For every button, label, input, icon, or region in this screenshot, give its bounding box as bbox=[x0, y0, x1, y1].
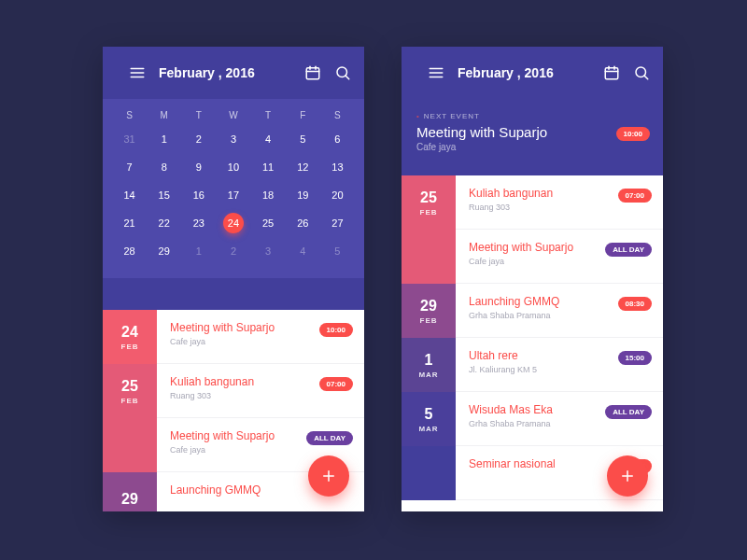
date-column: 1MAR bbox=[402, 338, 456, 392]
calendar-day[interactable]: 11 bbox=[251, 153, 286, 181]
add-event-button[interactable] bbox=[308, 455, 349, 497]
dow-label: S bbox=[112, 105, 147, 125]
next-event-title: Meeting with Suparjo bbox=[416, 124, 648, 140]
svg-rect-14 bbox=[605, 68, 618, 79]
event-cell[interactable]: Kuliah bangunanRuang 30307:00 bbox=[456, 175, 663, 230]
time-badge: 08:30 bbox=[618, 297, 652, 311]
calendar-day[interactable]: 3 bbox=[216, 125, 250, 153]
time-badge: ALL DAY bbox=[306, 431, 353, 445]
event-cell[interactable]: Meeting with SuparjoCafe jaya10:00 bbox=[157, 310, 364, 364]
event-row[interactable]: 25FEBKuliah bangunanRuang 30307:00 bbox=[402, 175, 663, 230]
date-column: 5MAR bbox=[402, 392, 456, 446]
event-row[interactable]: Meeting with SuparjoCafe jayaALL DAY bbox=[402, 230, 663, 284]
calendar-day[interactable]: 2 bbox=[216, 237, 250, 265]
svg-line-19 bbox=[644, 76, 648, 79]
calendar-day[interactable]: 3 bbox=[251, 237, 286, 265]
calendar-day[interactable]: 26 bbox=[286, 209, 320, 237]
date-column: 25FEB bbox=[402, 175, 456, 230]
date-column bbox=[402, 446, 456, 500]
calendar-day[interactable]: 15 bbox=[147, 181, 181, 209]
calendar-day[interactable]: 2 bbox=[181, 125, 216, 153]
search-icon[interactable] bbox=[633, 64, 650, 81]
calendar-day[interactable]: 18 bbox=[251, 181, 286, 209]
calendar-icon[interactable] bbox=[304, 64, 321, 81]
calendar-day[interactable]: 17 bbox=[216, 181, 250, 209]
date-column: 29 bbox=[103, 472, 157, 511]
event-cell[interactable]: Wisuda Mas EkaGrha Shaba PramanaALL DAY bbox=[456, 392, 663, 446]
calendar-day[interactable]: 29 bbox=[147, 237, 181, 265]
calendar-day[interactable]: 1 bbox=[147, 125, 181, 153]
event-cell[interactable]: Ultah rereJl. Kaliurang KM 515:00 bbox=[456, 338, 663, 392]
header-title[interactable]: February , 2016 bbox=[159, 65, 291, 80]
calendar-day[interactable]: 12 bbox=[286, 153, 320, 181]
calendar-day[interactable]: 24 bbox=[216, 209, 250, 237]
event-subtitle: Grha Shaba Pramana bbox=[469, 419, 650, 428]
event-subtitle: Cafe jaya bbox=[170, 445, 351, 455]
time-badge: ALL DAY bbox=[605, 405, 652, 419]
calendar-day[interactable]: 5 bbox=[320, 237, 355, 265]
header-title[interactable]: February , 2016 bbox=[458, 65, 590, 80]
calendar-day[interactable]: 28 bbox=[112, 237, 147, 265]
dow-label: W bbox=[216, 105, 250, 125]
calendar-day[interactable]: 4 bbox=[286, 237, 320, 265]
calendar-day[interactable]: 6 bbox=[320, 125, 355, 153]
dow-label: T bbox=[181, 105, 216, 125]
event-row[interactable]: 25FEBKuliah bangunanRuang 30307:00 bbox=[103, 364, 364, 418]
calendar-day[interactable]: 20 bbox=[320, 181, 355, 209]
month-grid: SMTWTFS311234567891011121314151617181920… bbox=[103, 99, 364, 278]
event-cell[interactable]: Kuliah bangunanRuang 30307:00 bbox=[157, 364, 364, 418]
event-cell[interactable]: Meeting with SuparjoCafe jayaALL DAY bbox=[456, 230, 663, 284]
calendar-day[interactable]: 1 bbox=[181, 237, 216, 265]
dow-label: M bbox=[147, 105, 181, 125]
calendar-day[interactable]: 8 bbox=[147, 153, 181, 181]
time-badge: 07:00 bbox=[319, 377, 353, 391]
next-event-sub: Cafe jaya bbox=[416, 142, 648, 152]
event-row[interactable]: 24FEBMeeting with SuparjoCafe jaya10:00 bbox=[103, 310, 364, 364]
date-column bbox=[103, 418, 157, 472]
calendar-icon[interactable] bbox=[603, 64, 620, 81]
add-event-button[interactable] bbox=[607, 455, 648, 497]
date-column: 24FEB bbox=[103, 310, 157, 364]
menu-icon[interactable] bbox=[428, 64, 444, 81]
event-row[interactable]: 1MARUltah rereJl. Kaliurang KM 515:00 bbox=[402, 338, 663, 392]
time-badge: 10:00 bbox=[616, 127, 650, 141]
calendar-day[interactable]: 25 bbox=[251, 209, 286, 237]
svg-rect-3 bbox=[306, 68, 319, 79]
phone-month-view: February , 2016 SMTWTFS31123456789101112… bbox=[103, 47, 364, 511]
svg-line-8 bbox=[345, 76, 349, 79]
calendar-day[interactable]: 23 bbox=[181, 209, 216, 237]
time-badge: 15:00 bbox=[618, 351, 652, 365]
event-subtitle: Cafe jaya bbox=[170, 337, 351, 346]
next-event-card[interactable]: NEXT EVENT Meeting with Suparjo Cafe jay… bbox=[402, 99, 663, 167]
next-event-tag: NEXT EVENT bbox=[416, 112, 648, 120]
event-row[interactable]: 29FEBLaunching GMMQGrha Shaba Pramana08:… bbox=[402, 284, 663, 338]
event-subtitle: Ruang 303 bbox=[170, 391, 351, 400]
calendar-day[interactable]: 7 bbox=[112, 153, 147, 181]
event-subtitle: Ruang 303 bbox=[469, 203, 650, 212]
dow-label: S bbox=[320, 105, 355, 125]
calendar-day[interactable]: 13 bbox=[320, 153, 355, 181]
calendar-day[interactable]: 10 bbox=[216, 153, 250, 181]
calendar-day[interactable]: 9 bbox=[181, 153, 216, 181]
time-badge: 07:00 bbox=[618, 189, 652, 203]
search-icon[interactable] bbox=[334, 64, 351, 81]
event-row[interactable]: 5MARWisuda Mas EkaGrha Shaba PramanaALL … bbox=[402, 392, 663, 446]
date-column: 25FEB bbox=[103, 364, 157, 418]
calendar-day[interactable]: 4 bbox=[251, 125, 286, 153]
event-cell[interactable]: Launching GMMQGrha Shaba Pramana08:30 bbox=[456, 284, 663, 338]
calendar-day[interactable]: 21 bbox=[112, 209, 147, 237]
event-subtitle: Cafe jaya bbox=[469, 257, 650, 266]
phone-agenda-view: February , 2016 NEXT EVENT Meeting with … bbox=[402, 47, 663, 511]
calendar-day[interactable]: 22 bbox=[147, 209, 181, 237]
calendar-day[interactable]: 5 bbox=[286, 125, 320, 153]
date-column: 29FEB bbox=[402, 284, 456, 338]
calendar-day[interactable]: 19 bbox=[286, 181, 320, 209]
calendar-day[interactable]: 14 bbox=[112, 181, 147, 209]
time-badge: 10:00 bbox=[319, 323, 353, 337]
topbar: February , 2016 bbox=[103, 47, 364, 99]
menu-icon[interactable] bbox=[129, 64, 146, 81]
calendar-day[interactable]: 16 bbox=[181, 181, 216, 209]
event-subtitle: Grha Shaba Pramana bbox=[469, 311, 650, 320]
calendar-day[interactable]: 31 bbox=[112, 125, 147, 153]
calendar-day[interactable]: 27 bbox=[320, 209, 355, 237]
